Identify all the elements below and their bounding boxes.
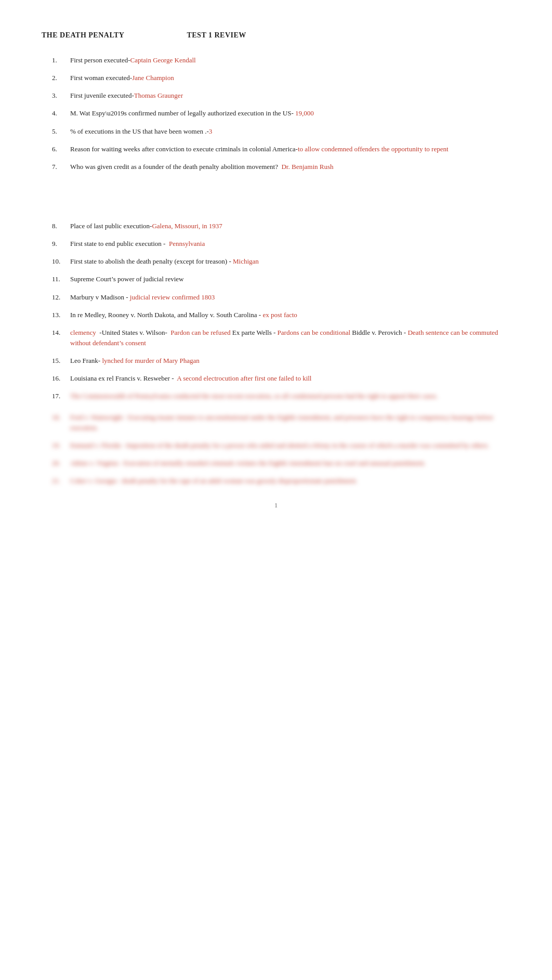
- item-number: 4.: [52, 108, 70, 119]
- item-text: Place of last public execution-Galena, M…: [70, 221, 510, 231]
- item-number: 2.: [52, 73, 70, 83]
- content-area: 1. First person executed-Captain George …: [52, 55, 510, 486]
- list-item: 12. Marbury v Madison - judicial review …: [52, 292, 510, 303]
- item-text: % of executions in the US that have been…: [70, 126, 510, 137]
- answer-text: Captain George Kendall: [130, 56, 196, 64]
- item-number: 15.: [52, 356, 70, 366]
- item-text: Coker v. Georgia - death penalty for the…: [70, 476, 510, 486]
- item-number: 3.: [52, 90, 70, 101]
- answer-text: ex post facto: [262, 311, 297, 319]
- list-item: 9. First state to end public execution -…: [52, 239, 510, 249]
- answer-text: Pardons can be conditional: [278, 329, 350, 336]
- item-text: First state to abolish the death penalty…: [70, 256, 510, 267]
- blurred-text: The Commonwealth of Pennsylvania conduct…: [70, 392, 438, 400]
- item-number: 21.: [52, 476, 70, 486]
- list-item-blurred: 21. Coker v. Georgia - death penalty for…: [52, 476, 510, 486]
- page-number: 1: [42, 502, 510, 509]
- item-text: Who was given credit as a founder of the…: [70, 162, 510, 172]
- list-item-blurred: 18. Ford v. Wainwright - Executing insan…: [52, 412, 510, 433]
- item-text: Leo Frank- lynched for murder of Mary Ph…: [70, 356, 510, 366]
- answer-text: Pennsylvania: [169, 240, 205, 247]
- item-number: 19.: [52, 440, 70, 451]
- item-number: 13.: [52, 310, 70, 320]
- item-text: Ford v. Wainwright - Executing insane in…: [70, 412, 510, 433]
- answer-text: to allow condemned offenders the opportu…: [298, 145, 449, 153]
- item-text: M. Wat Espy\u2019s confirmed number of l…: [70, 108, 510, 119]
- answer-text: 19,000: [295, 109, 314, 117]
- answer-text: Jane Champion: [132, 74, 174, 82]
- list-item: 11. Supreme Court’s power of judicial re…: [52, 274, 510, 284]
- item-number: 16.: [52, 373, 70, 384]
- list-item: 6. Reason for waiting weeks after convic…: [52, 144, 510, 154]
- item-number: 17.: [52, 391, 70, 401]
- blurred-text: Atkins v. Virginia - Execution of mental…: [70, 459, 426, 467]
- item-text: Marbury v Madison - judicial review conf…: [70, 292, 510, 303]
- item-text: First juvenile executed-Thomas Graunger: [70, 90, 510, 101]
- item-text: Enmund v. Florida - Imposition of the de…: [70, 440, 510, 451]
- answer-text: Thomas Graunger: [134, 92, 183, 99]
- item-text: In re Medley, Rooney v. North Dakota, an…: [70, 310, 510, 320]
- answer-text: Galena, Missouri, in 1937: [152, 222, 222, 230]
- list-item: 4. M. Wat Espy\u2019s confirmed number o…: [52, 108, 510, 119]
- blurred-text: Coker v. Georgia - death penalty for the…: [70, 477, 358, 485]
- item-number: 5.: [52, 126, 70, 137]
- list-item: 1. First person executed-Captain George …: [52, 55, 510, 66]
- item-number: 14.: [52, 328, 70, 348]
- item-number: 7.: [52, 162, 70, 172]
- list-item: 15. Leo Frank- lynched for murder of Mar…: [52, 356, 510, 366]
- item-text: Reason for waiting weeks after convictio…: [70, 144, 510, 154]
- list-item: 2. First woman executed-Jane Champion: [52, 73, 510, 83]
- item-number: 9.: [52, 239, 70, 249]
- answer-text: clemency: [70, 329, 96, 336]
- blurred-text: Ford v. Wainwright - Executing insane in…: [70, 413, 493, 432]
- item-text-blurred: The Commonwealth of Pennsylvania conduct…: [70, 391, 510, 401]
- answer-text: Michigan: [233, 257, 259, 265]
- list-item: 8. Place of last public execution-Galena…: [52, 221, 510, 231]
- item-number: 10.: [52, 256, 70, 267]
- list-item: 13. In re Medley, Rooney v. North Dakota…: [52, 310, 510, 320]
- header-left: THE DEATH PENALTY: [42, 31, 124, 40]
- list-item: 10. First state to abolish the death pen…: [52, 256, 510, 267]
- item-text: First woman executed-Jane Champion: [70, 73, 510, 83]
- blurred-text: Enmund v. Florida - Imposition of the de…: [70, 441, 489, 449]
- item-number: 6.: [52, 144, 70, 154]
- list-item-blurred: 20. Atkins v. Virginia - Execution of me…: [52, 458, 510, 468]
- item-text: First person executed-Captain George Ken…: [70, 55, 510, 66]
- item-text: Louisiana ex rel Francis v. Resweber - A…: [70, 373, 510, 384]
- item-text: Atkins v. Virginia - Execution of mental…: [70, 458, 510, 468]
- item-number: 1.: [52, 55, 70, 66]
- list-item: 16. Louisiana ex rel Francis v. Resweber…: [52, 373, 510, 384]
- list-item-blurred: 19. Enmund v. Florida - Imposition of th…: [52, 440, 510, 451]
- item-number: 20.: [52, 458, 70, 468]
- item-number: 18.: [52, 412, 70, 433]
- answer-text: A second electrocution after first one f…: [177, 374, 311, 382]
- answer-text: lynched for murder of Mary Phagan: [102, 357, 199, 364]
- answer-text: judicial review confirmed 1803: [130, 293, 215, 301]
- list-item: 3. First juvenile executed-Thomas Graung…: [52, 90, 510, 101]
- answer-text: 3: [209, 127, 213, 135]
- blurred-section: 18. Ford v. Wainwright - Executing insan…: [52, 412, 510, 487]
- spacer: [52, 179, 510, 221]
- item-text: clemency -United States v. Wilson- Pardo…: [70, 328, 510, 348]
- item-number: 8.: [52, 221, 70, 231]
- header-right: TEST 1 REVIEW: [187, 31, 246, 40]
- list-item: 5. % of executions in the US that have b…: [52, 126, 510, 137]
- item-text: Supreme Court’s power of judicial review: [70, 274, 510, 284]
- list-item: 7. Who was given credit as a founder of …: [52, 162, 510, 172]
- item-number: 12.: [52, 292, 70, 303]
- list-item: 14. clemency -United States v. Wilson- P…: [52, 328, 510, 348]
- answer-text: Dr. Benjamin Rush: [281, 163, 333, 171]
- item-number: 11.: [52, 274, 70, 284]
- list-item-17: 17. The Commonwealth of Pennsylvania con…: [52, 391, 510, 401]
- item-text: First state to end public execution - Pe…: [70, 239, 510, 249]
- answer-text: Pardon can be refused: [170, 329, 230, 336]
